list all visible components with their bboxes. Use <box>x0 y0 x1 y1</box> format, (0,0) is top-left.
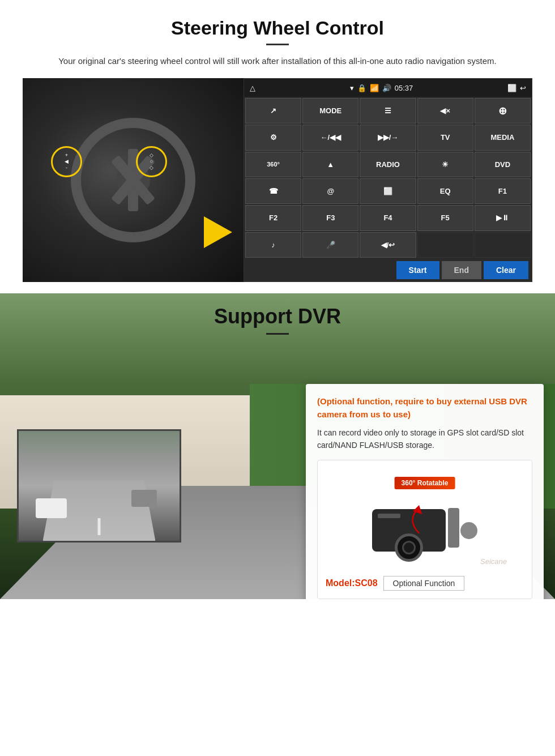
camera-container <box>372 509 477 552</box>
model-bar: Model:SC08 Optional Function <box>326 576 524 591</box>
rotate-badge: 360° Rotatable <box>395 477 455 489</box>
dvr-inset-photo <box>17 429 181 543</box>
btn-f1[interactable]: F1 <box>475 178 531 204</box>
dvr-optional-text: (Optional function, require to buy exter… <box>317 395 532 421</box>
btn-prev[interactable]: ←/◀◀ <box>302 125 358 150</box>
steering-content: +◀- ◇○◇ △ ▾ 🔒 <box>23 78 532 282</box>
inset-road-line <box>98 518 101 535</box>
status-bar-right: ⬜ ↩ <box>507 84 526 92</box>
yellow-circle-left: +◀- <box>51 146 82 177</box>
btn-radio[interactable]: RADIO <box>360 152 416 177</box>
sound-icon: 🔊 <box>382 84 391 92</box>
status-bar-center: ▾ 🔒 📶 🔊 05:37 <box>350 84 413 92</box>
yellow-arrow <box>204 216 232 248</box>
btn-eject[interactable]: ▲ <box>302 152 358 177</box>
btn-music[interactable]: ♪ <box>245 232 301 258</box>
model-label: Model:SC08 <box>326 578 378 588</box>
back-icon: ↩ <box>520 84 526 92</box>
btn-browser[interactable]: @ <box>302 178 358 204</box>
status-bar-left: △ <box>250 84 255 92</box>
window-icon: ⬜ <box>507 84 516 92</box>
btn-mode[interactable]: MODE <box>302 98 358 123</box>
btn-apps[interactable]: ⊕ <box>475 98 531 123</box>
dvr-inset-photo-inner <box>19 431 180 541</box>
btn-voldown[interactable]: ◀/↩ <box>360 232 416 258</box>
dvr-info-card: (Optional function, require to buy exter… <box>306 384 544 599</box>
steering-photo-bg: +◀- ◇○◇ <box>23 78 244 282</box>
steering-photo: +◀- ◇○◇ <box>23 78 244 282</box>
btn-phone[interactable]: ☎ <box>245 178 301 204</box>
camera-top-detail <box>378 514 400 518</box>
btn-eq[interactable]: EQ <box>417 178 473 204</box>
home-icon: △ <box>250 84 255 92</box>
status-bar: △ ▾ 🔒 📶 🔊 05:37 ⬜ ↩ <box>244 79 532 97</box>
android-panel: △ ▾ 🔒 📶 🔊 05:37 ⬜ ↩ ↗ MODE <box>244 78 532 282</box>
dvr-title-overlay: Support DVR <box>0 293 555 340</box>
btn-tv[interactable]: TV <box>417 125 473 150</box>
btn-media[interactable]: MEDIA <box>475 125 531 150</box>
dvr-section: Support DVR (Optional function, require … <box>0 293 555 599</box>
btn-f2[interactable]: F2 <box>245 205 301 230</box>
rotate-arrow <box>405 504 433 540</box>
clear-button[interactable]: Clear <box>484 261 528 279</box>
btn-window[interactable]: ⬜ <box>360 178 416 204</box>
steering-description: Your original car's steering wheel contr… <box>23 54 532 68</box>
btn-dvd[interactable]: DVD <box>475 152 531 177</box>
btn-360[interactable]: 360° <box>245 152 301 177</box>
button-grid: ↗ MODE ☰ ◀× ⊕ ⚙ ←/◀◀ ▶▶/→ TV MEDIA 360° … <box>244 97 532 259</box>
camera-mount-ball <box>460 522 477 539</box>
inset-car-2 <box>131 490 157 507</box>
steering-title: Steering Wheel Control <box>23 17 532 39</box>
inset-car-1 <box>36 498 67 518</box>
btn-menu[interactable]: ☰ <box>360 98 416 123</box>
start-button[interactable]: Start <box>396 261 439 279</box>
btn-empty-1 <box>417 232 473 258</box>
end-button[interactable]: End <box>442 261 481 279</box>
btn-f5[interactable]: F5 <box>417 205 473 230</box>
yellow-circle-right: ◇○◇ <box>136 146 167 177</box>
dvr-camera-box: 360° Rotatable <box>317 460 532 599</box>
camera-lens-inner <box>402 541 416 554</box>
btn-empty-2 <box>475 232 531 258</box>
status-time: 05:37 <box>395 84 413 92</box>
dvr-bg-inner: Support DVR (Optional function, require … <box>0 293 555 599</box>
sim-icon: 📶 <box>370 84 379 92</box>
lock-icon: 🔒 <box>357 84 366 92</box>
btn-navigate[interactable]: ↗ <box>245 98 301 123</box>
seicane-watermark: Seicane <box>480 557 507 566</box>
btn-brightness[interactable]: ☀ <box>417 152 473 177</box>
wifi-icon: ▾ <box>350 84 354 92</box>
btn-f3[interactable]: F3 <box>302 205 358 230</box>
camera-mount-arm <box>448 508 459 548</box>
dvr-desc-text: It can record video only to storage in G… <box>317 426 532 452</box>
dvr-divider <box>266 333 289 335</box>
btn-mute[interactable]: ◀× <box>417 98 473 123</box>
steering-divider <box>266 44 289 45</box>
btn-settings[interactable]: ⚙ <box>245 125 301 150</box>
btn-f4[interactable]: F4 <box>360 205 416 230</box>
dvr-background: Support DVR (Optional function, require … <box>0 293 555 599</box>
steering-section: Steering Wheel Control Your original car… <box>0 0 555 293</box>
dvr-title: Support DVR <box>0 305 555 328</box>
bottom-bar: Start End Clear <box>244 259 532 281</box>
btn-next[interactable]: ▶▶/→ <box>360 125 416 150</box>
dvr-camera-visual: 360° Rotatable <box>326 468 524 570</box>
optional-function-button[interactable]: Optional Function <box>383 576 465 591</box>
btn-playpause[interactable]: ▶⏸ <box>475 205 531 230</box>
btn-mic[interactable]: 🎤 <box>302 232 358 258</box>
